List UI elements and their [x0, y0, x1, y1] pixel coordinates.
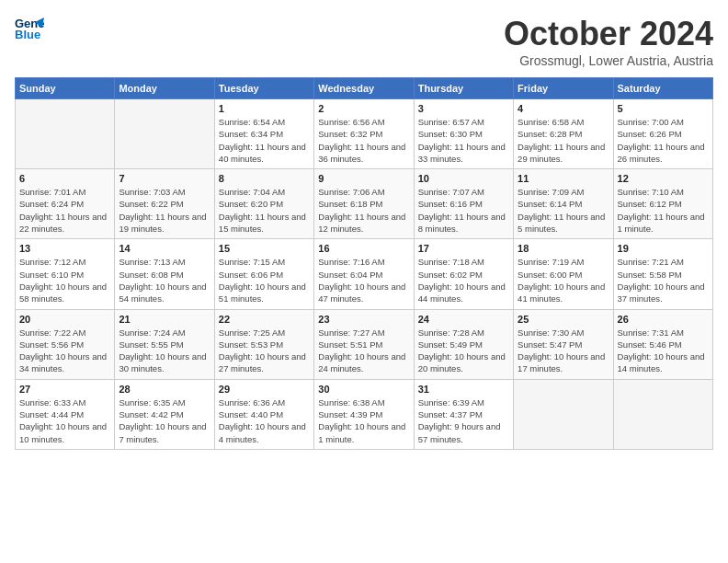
day-info: Sunrise: 7:30 AMSunset: 5:47 PMDaylight:… — [518, 327, 609, 375]
calendar-cell: 8Sunrise: 7:04 AMSunset: 6:20 PMDaylight… — [214, 169, 313, 239]
calendar-cell: 26Sunrise: 7:31 AMSunset: 5:46 PMDayligh… — [613, 309, 712, 379]
location-subtitle: Grossmugl, Lower Austria, Austria — [504, 53, 713, 68]
day-header-monday: Monday — [115, 78, 214, 99]
day-info: Sunrise: 7:31 AMSunset: 5:46 PMDaylight:… — [618, 327, 709, 375]
day-info: Sunrise: 7:28 AMSunset: 5:49 PMDaylight:… — [418, 327, 509, 375]
day-number: 21 — [119, 314, 210, 325]
day-info: Sunrise: 6:38 AMSunset: 4:39 PMDaylight:… — [318, 396, 409, 445]
calendar-week-row: 6Sunrise: 7:01 AMSunset: 6:24 PMDaylight… — [16, 169, 713, 239]
day-number: 26 — [618, 314, 709, 325]
calendar-cell: 13Sunrise: 7:12 AMSunset: 6:10 PMDayligh… — [16, 239, 115, 309]
day-number: 19 — [618, 243, 709, 254]
day-number: 8 — [219, 173, 310, 184]
logo-icon: General Blue — [15, 15, 44, 40]
day-number: 20 — [19, 314, 110, 325]
day-header-tuesday: Tuesday — [214, 78, 313, 99]
calendar-cell: 27Sunrise: 6:33 AMSunset: 4:44 PMDayligh… — [16, 379, 115, 449]
day-info: Sunrise: 7:15 AMSunset: 6:06 PMDaylight:… — [219, 256, 310, 304]
day-header-wednesday: Wednesday — [314, 78, 414, 99]
calendar-cell: 18Sunrise: 7:19 AMSunset: 6:00 PMDayligh… — [514, 239, 613, 309]
day-number: 28 — [119, 384, 210, 395]
day-info: Sunrise: 7:16 AMSunset: 6:04 PMDaylight:… — [318, 256, 409, 304]
day-number: 9 — [318, 173, 409, 184]
day-info: Sunrise: 7:10 AMSunset: 6:12 PMDaylight:… — [618, 186, 709, 235]
calendar-cell: 14Sunrise: 7:13 AMSunset: 6:08 PMDayligh… — [115, 239, 214, 309]
day-number: 3 — [418, 103, 509, 114]
day-number: 15 — [219, 243, 310, 254]
title-block: October 2024 Grossmugl, Lower Austria, A… — [504, 15, 713, 68]
day-info: Sunrise: 6:33 AMSunset: 4:44 PMDaylight:… — [19, 396, 110, 445]
day-info: Sunrise: 7:09 AMSunset: 6:14 PMDaylight:… — [518, 186, 609, 235]
day-info: Sunrise: 6:54 AMSunset: 6:34 PMDaylight:… — [219, 116, 310, 165]
day-number: 1 — [219, 103, 310, 114]
day-header-friday: Friday — [514, 78, 613, 99]
day-info: Sunrise: 6:57 AMSunset: 6:30 PMDaylight:… — [418, 116, 509, 165]
calendar-week-row: 20Sunrise: 7:22 AMSunset: 5:56 PMDayligh… — [16, 309, 713, 379]
calendar-cell: 29Sunrise: 6:36 AMSunset: 4:40 PMDayligh… — [214, 379, 313, 449]
day-info: Sunrise: 7:19 AMSunset: 6:00 PMDaylight:… — [518, 256, 609, 304]
day-number: 22 — [219, 314, 310, 325]
day-info: Sunrise: 7:25 AMSunset: 5:53 PMDaylight:… — [219, 327, 310, 375]
day-number: 29 — [219, 384, 310, 395]
calendar-cell: 30Sunrise: 6:38 AMSunset: 4:39 PMDayligh… — [314, 379, 414, 449]
calendar-cell: 23Sunrise: 7:27 AMSunset: 5:51 PMDayligh… — [314, 309, 414, 379]
calendar-cell: 28Sunrise: 6:35 AMSunset: 4:42 PMDayligh… — [115, 379, 214, 449]
day-info: Sunrise: 7:12 AMSunset: 6:10 PMDaylight:… — [19, 256, 110, 304]
day-number: 18 — [518, 243, 609, 254]
day-info: Sunrise: 6:58 AMSunset: 6:28 PMDaylight:… — [518, 116, 609, 165]
day-info: Sunrise: 6:39 AMSunset: 4:37 PMDaylight:… — [418, 396, 509, 445]
calendar-cell: 9Sunrise: 7:06 AMSunset: 6:18 PMDaylight… — [314, 169, 414, 239]
calendar-cell — [16, 99, 115, 169]
day-number: 25 — [518, 314, 609, 325]
day-info: Sunrise: 7:18 AMSunset: 6:02 PMDaylight:… — [418, 256, 509, 304]
day-header-saturday: Saturday — [613, 78, 712, 99]
day-number: 16 — [318, 243, 409, 254]
day-number: 11 — [518, 173, 609, 184]
calendar-cell: 19Sunrise: 7:21 AMSunset: 5:58 PMDayligh… — [613, 239, 712, 309]
day-info: Sunrise: 7:06 AMSunset: 6:18 PMDaylight:… — [318, 186, 409, 235]
calendar-cell: 15Sunrise: 7:15 AMSunset: 6:06 PMDayligh… — [214, 239, 313, 309]
calendar-cell: 3Sunrise: 6:57 AMSunset: 6:30 PMDaylight… — [414, 99, 513, 169]
day-number: 7 — [119, 173, 210, 184]
day-number: 13 — [19, 243, 110, 254]
calendar-week-row: 27Sunrise: 6:33 AMSunset: 4:44 PMDayligh… — [16, 379, 713, 449]
day-info: Sunrise: 6:36 AMSunset: 4:40 PMDaylight:… — [219, 396, 310, 445]
calendar-cell: 6Sunrise: 7:01 AMSunset: 6:24 PMDaylight… — [16, 169, 115, 239]
calendar-cell: 20Sunrise: 7:22 AMSunset: 5:56 PMDayligh… — [16, 309, 115, 379]
day-header-thursday: Thursday — [414, 78, 513, 99]
day-number: 12 — [618, 173, 709, 184]
day-info: Sunrise: 7:27 AMSunset: 5:51 PMDaylight:… — [318, 327, 409, 375]
calendar-cell: 12Sunrise: 7:10 AMSunset: 6:12 PMDayligh… — [613, 169, 712, 239]
calendar-cell — [514, 379, 613, 449]
calendar-cell: 22Sunrise: 7:25 AMSunset: 5:53 PMDayligh… — [214, 309, 313, 379]
day-number: 24 — [418, 314, 509, 325]
day-number: 14 — [119, 243, 210, 254]
day-info: Sunrise: 7:13 AMSunset: 6:08 PMDaylight:… — [119, 256, 210, 304]
calendar-cell: 4Sunrise: 6:58 AMSunset: 6:28 PMDaylight… — [514, 99, 613, 169]
day-info: Sunrise: 7:04 AMSunset: 6:20 PMDaylight:… — [219, 186, 310, 235]
day-number: 27 — [19, 384, 110, 395]
day-info: Sunrise: 7:24 AMSunset: 5:55 PMDaylight:… — [119, 327, 210, 375]
page-header: General Blue October 2024 Grossmugl, Low… — [15, 15, 713, 68]
day-number: 23 — [318, 314, 409, 325]
calendar-header-row: SundayMondayTuesdayWednesdayThursdayFrid… — [16, 78, 713, 99]
day-number: 5 — [618, 103, 709, 114]
calendar-cell: 1Sunrise: 6:54 AMSunset: 6:34 PMDaylight… — [214, 99, 313, 169]
calendar-cell: 11Sunrise: 7:09 AMSunset: 6:14 PMDayligh… — [514, 169, 613, 239]
day-info: Sunrise: 7:07 AMSunset: 6:16 PMDaylight:… — [418, 186, 509, 235]
day-info: Sunrise: 7:03 AMSunset: 6:22 PMDaylight:… — [119, 186, 210, 235]
calendar-cell: 10Sunrise: 7:07 AMSunset: 6:16 PMDayligh… — [414, 169, 513, 239]
day-info: Sunrise: 7:01 AMSunset: 6:24 PMDaylight:… — [19, 186, 110, 235]
calendar-cell — [613, 379, 712, 449]
day-number: 31 — [418, 384, 509, 395]
day-number: 6 — [19, 173, 110, 184]
calendar-cell — [115, 99, 214, 169]
calendar-week-row: 1Sunrise: 6:54 AMSunset: 6:34 PMDaylight… — [16, 99, 713, 169]
calendar-cell: 5Sunrise: 7:00 AMSunset: 6:26 PMDaylight… — [613, 99, 712, 169]
day-header-sunday: Sunday — [16, 78, 115, 99]
day-number: 17 — [418, 243, 509, 254]
calendar-cell: 16Sunrise: 7:16 AMSunset: 6:04 PMDayligh… — [314, 239, 414, 309]
day-info: Sunrise: 7:00 AMSunset: 6:26 PMDaylight:… — [618, 116, 709, 165]
calendar-cell: 17Sunrise: 7:18 AMSunset: 6:02 PMDayligh… — [414, 239, 513, 309]
calendar-cell: 7Sunrise: 7:03 AMSunset: 6:22 PMDaylight… — [115, 169, 214, 239]
